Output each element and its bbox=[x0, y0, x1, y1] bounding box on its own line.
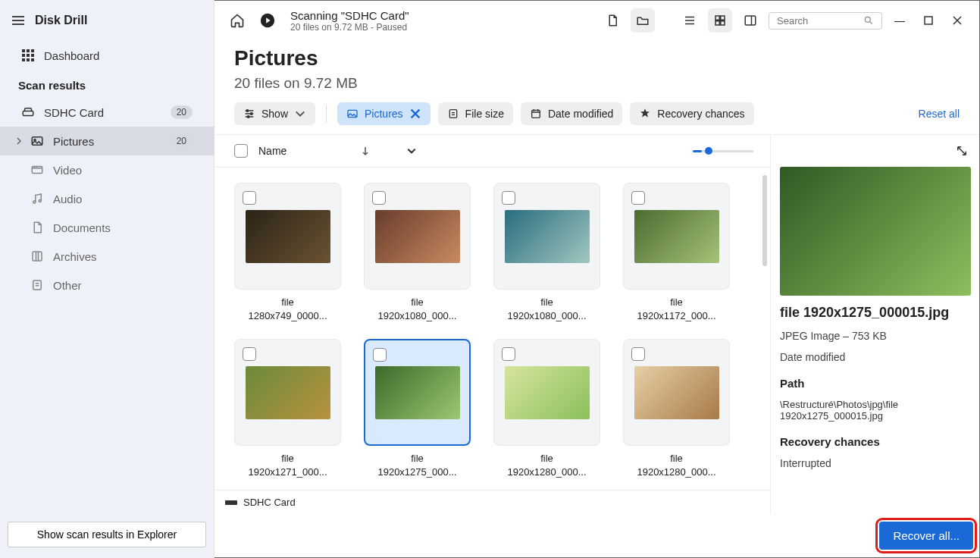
svg-rect-0 bbox=[22, 49, 25, 52]
item-checkbox[interactable] bbox=[243, 191, 256, 205]
chevron-down-icon[interactable] bbox=[406, 146, 417, 156]
svg-rect-29 bbox=[449, 110, 456, 118]
grid-view-button[interactable] bbox=[708, 8, 732, 33]
thumbnail-image bbox=[246, 210, 330, 263]
sidebar-item-archives[interactable]: Archives bbox=[0, 242, 214, 271]
file-name: 1920x1280_000... bbox=[507, 466, 586, 478]
sort-arrow-icon[interactable] bbox=[361, 146, 370, 156]
filter-row: Show Pictures File size Date modified Re… bbox=[214, 102, 979, 135]
thumbnail-image bbox=[246, 366, 330, 419]
sidebar-item-pictures[interactable]: Pictures 20 bbox=[0, 127, 214, 155]
item-checkbox[interactable] bbox=[631, 191, 645, 205]
item-checkbox[interactable] bbox=[373, 348, 387, 362]
file-icon-button[interactable] bbox=[600, 8, 625, 33]
status-subtitle: 20 files on 9.72 MB - Paused bbox=[290, 22, 409, 33]
video-icon bbox=[30, 163, 44, 177]
grid-item[interactable]: file1920x1280_000... bbox=[623, 339, 730, 478]
calendar-icon bbox=[530, 108, 542, 120]
grid-item[interactable]: file1920x1080_000... bbox=[364, 183, 471, 322]
recover-all-button[interactable]: Recover all... bbox=[879, 522, 973, 550]
show-explorer-button[interactable]: Show scan results in Explorer bbox=[8, 522, 206, 547]
scrollbar[interactable] bbox=[762, 175, 767, 266]
preview-filename: file 1920x1275_000015.jpg bbox=[780, 305, 972, 321]
item-checkbox[interactable] bbox=[372, 191, 386, 205]
chip-label: File size bbox=[465, 108, 504, 120]
file-name: 1920x1172_000... bbox=[637, 310, 715, 321]
svg-rect-8 bbox=[31, 58, 34, 61]
item-checkbox[interactable] bbox=[502, 191, 515, 205]
page-title: Pictures bbox=[234, 46, 960, 71]
svg-rect-2 bbox=[31, 49, 34, 52]
home-button[interactable] bbox=[225, 8, 249, 33]
search-box[interactable] bbox=[769, 12, 882, 30]
maximize-button[interactable] bbox=[917, 9, 940, 32]
list-header: Name bbox=[214, 135, 770, 168]
select-all-checkbox[interactable] bbox=[234, 144, 248, 158]
device-icon bbox=[225, 498, 237, 507]
sidebar-item-audio[interactable]: Audio bbox=[0, 184, 214, 213]
preview-panel-button[interactable] bbox=[738, 8, 762, 33]
list-view-button[interactable] bbox=[678, 8, 702, 33]
file-name: file bbox=[281, 296, 294, 308]
sidebar-item-dashboard[interactable]: Dashboard bbox=[0, 41, 214, 70]
svg-rect-9 bbox=[23, 111, 33, 116]
column-name[interactable]: Name bbox=[258, 145, 286, 157]
file-name: 1920x1280_000... bbox=[637, 466, 715, 478]
play-button[interactable] bbox=[255, 8, 280, 33]
preview-path-label: Path bbox=[780, 377, 972, 390]
show-chip[interactable]: Show bbox=[234, 102, 315, 125]
grid-item[interactable]: file1920x1172_000... bbox=[623, 183, 730, 322]
pictures-chip[interactable]: Pictures bbox=[337, 102, 431, 125]
file-name: file bbox=[411, 453, 424, 464]
item-checkbox[interactable] bbox=[631, 347, 645, 361]
close-button[interactable] bbox=[946, 9, 969, 32]
chip-label: Pictures bbox=[365, 108, 403, 120]
star-icon bbox=[639, 108, 651, 120]
grid-item[interactable]: file1920x1080_000... bbox=[493, 183, 600, 322]
file-name: file bbox=[540, 453, 553, 464]
expand-icon[interactable] bbox=[955, 144, 969, 158]
doc-icon bbox=[447, 108, 459, 120]
item-checkbox[interactable] bbox=[243, 347, 256, 361]
dashboard-icon bbox=[21, 49, 35, 62]
date-chip[interactable]: Date modified bbox=[521, 102, 622, 125]
filesize-chip[interactable]: File size bbox=[438, 102, 513, 125]
scan-status: Scanning "SDHC Card" 20 files on 9.72 MB… bbox=[290, 9, 409, 33]
menu-icon[interactable] bbox=[12, 16, 24, 25]
minimize-button[interactable]: — bbox=[888, 9, 911, 32]
grid-item[interactable]: file1280x749_0000... bbox=[234, 183, 341, 322]
reset-all-link[interactable]: Reset all bbox=[919, 108, 960, 120]
picture-icon bbox=[30, 134, 44, 148]
search-input[interactable] bbox=[777, 15, 859, 27]
sidebar-section-title: Scan results bbox=[0, 70, 214, 98]
recovery-chip[interactable]: Recovery chances bbox=[630, 102, 753, 125]
bottom-bar: Recover all... bbox=[214, 514, 979, 557]
status-bar: SDHC Card bbox=[214, 490, 770, 514]
preview-image bbox=[780, 167, 971, 296]
folder-icon-button[interactable] bbox=[631, 8, 655, 33]
close-icon[interactable] bbox=[409, 108, 421, 120]
sidebar-item-documents[interactable]: Documents bbox=[0, 213, 214, 242]
other-icon bbox=[30, 278, 44, 292]
svg-rect-15 bbox=[33, 252, 42, 261]
sidebar-item-sdhc[interactable]: SDHC Card 20 bbox=[0, 98, 214, 127]
sidebar-item-video[interactable]: Video bbox=[0, 155, 214, 184]
device-label: SDHC Card bbox=[243, 497, 296, 508]
preview-path: \Restructuré\Photos\jpg\file 1920x1275_0… bbox=[780, 399, 972, 422]
thumbnail-image bbox=[634, 210, 719, 263]
thumbnail-image bbox=[375, 210, 460, 263]
thumbnail-grid: file1280x749_0000... file1920x1080_000..… bbox=[234, 183, 750, 478]
sidebar: Disk Drill Dashboard Scan results SDHC C… bbox=[0, 0, 214, 558]
svg-rect-6 bbox=[22, 58, 25, 61]
svg-rect-20 bbox=[715, 21, 719, 25]
sidebar-item-label: Documents bbox=[53, 221, 111, 234]
sidebar-item-other[interactable]: Other bbox=[0, 271, 214, 299]
zoom-slider[interactable] bbox=[693, 150, 753, 152]
sliders-icon bbox=[243, 108, 255, 120]
grid-item[interactable]: file1920x1280_000... bbox=[493, 339, 600, 478]
grid-item[interactable]: file1920x1275_000... bbox=[364, 339, 471, 478]
preview-date-label: Date modified bbox=[780, 351, 972, 363]
grid-item[interactable]: file1920x1271_000... bbox=[234, 339, 341, 478]
file-name: 1920x1080_000... bbox=[507, 310, 586, 321]
item-checkbox[interactable] bbox=[502, 347, 515, 361]
